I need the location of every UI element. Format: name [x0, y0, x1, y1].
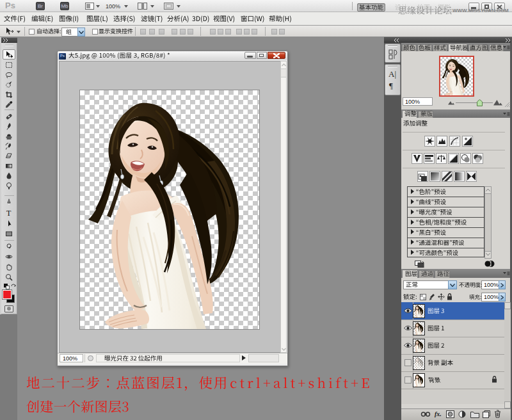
svg-text:T: T	[6, 209, 12, 216]
